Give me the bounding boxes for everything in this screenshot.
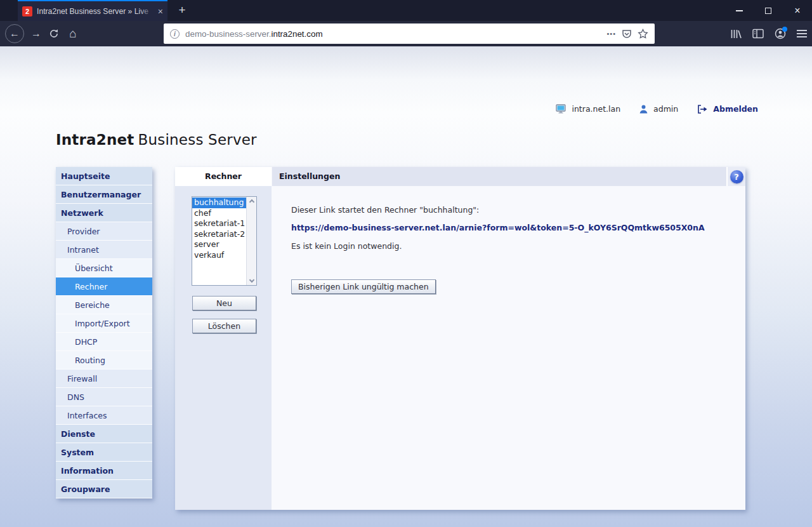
- host-indicator: intra.net.lan: [556, 104, 620, 114]
- bookmark-star-icon[interactable]: [638, 29, 648, 39]
- favicon-icon: 2: [22, 6, 32, 17]
- settings-content: Dieser Link startet den Rechner "buchhal…: [272, 186, 745, 510]
- list-item[interactable]: chef: [192, 208, 246, 219]
- new-tab-button[interactable]: +: [170, 0, 194, 21]
- tab-rechner[interactable]: Rechner: [175, 167, 272, 186]
- sidebar-item-dns[interactable]: DNS: [56, 388, 152, 406]
- wol-link[interactable]: https://demo-business-server.net.lan/arn…: [291, 223, 733, 232]
- reload-button[interactable]: [44, 29, 63, 39]
- sidebar-item-routing[interactable]: Routing: [56, 351, 152, 370]
- sidebars-icon[interactable]: [752, 29, 764, 39]
- url-domain: intra2net.com: [271, 29, 322, 39]
- left-column: buchhaltungchefsekretariat-1sekretariat-…: [175, 186, 272, 510]
- sidebar-item-interfaces[interactable]: Interfaces: [56, 406, 152, 425]
- url-text: demo-business-server.intra2net.com: [185, 29, 601, 39]
- list-item[interactable]: sekretariat-1: [192, 218, 246, 229]
- panel-tab-row: Rechner Einstellungen ?: [175, 167, 745, 186]
- window-controls: ×: [724, 0, 812, 21]
- sidebar-item-information[interactable]: Information: [56, 462, 152, 480]
- account-icon[interactable]: [775, 28, 786, 39]
- minimize-button[interactable]: [724, 0, 754, 21]
- minimize-icon: [736, 10, 743, 11]
- page-actions-icon[interactable]: •••: [606, 30, 616, 37]
- brand-logo: Intra2netBusiness Server: [56, 131, 257, 148]
- panel-body: buchhaltungchefsekretariat-1sekretariat-…: [175, 186, 745, 510]
- sidebar-item-dienste[interactable]: Dienste: [56, 425, 152, 443]
- panel-title: Einstellungen: [272, 167, 726, 186]
- forward-button[interactable]: →: [28, 28, 44, 39]
- maximize-icon: [765, 8, 771, 14]
- monitor-icon: [556, 104, 566, 114]
- site-info-icon[interactable]: i: [170, 29, 180, 39]
- list-item[interactable]: server: [192, 239, 246, 250]
- navigation-toolbar: ← → ⌂ i demo-business-server.intra2net.c…: [0, 21, 812, 46]
- url-bar[interactable]: i demo-business-server.intra2net.com •••: [164, 23, 655, 44]
- invalidate-link-button[interactable]: Bisherigen Link ungültig machen: [291, 279, 436, 294]
- sidebar-item-dhcp[interactable]: DHCP: [56, 333, 152, 351]
- list-scrollbar[interactable]: [246, 197, 256, 285]
- scroll-down-icon[interactable]: [249, 277, 254, 283]
- help-cell: ?: [726, 167, 745, 186]
- sidebar-item-hauptseite[interactable]: Hauptseite: [56, 167, 152, 185]
- sidebar-item-intranet[interactable]: Intranet: [56, 241, 152, 259]
- sidebar-item-rechner[interactable]: Rechner: [56, 277, 152, 296]
- tab-title: Intra2net Business Server » Live: [37, 7, 154, 16]
- url-prefix: demo-business-server.: [185, 29, 271, 39]
- sidebar-item-system[interactable]: System: [56, 443, 152, 462]
- main-panel: Rechner Einstellungen ? buchhaltungchefs…: [175, 167, 745, 510]
- browser-window: 2 Intra2net Business Server » Live × + ×…: [0, 0, 812, 527]
- sidebar-item-import-export[interactable]: Import/Export: [56, 314, 152, 333]
- reload-icon: [49, 29, 59, 39]
- maximize-button[interactable]: [754, 0, 783, 21]
- sidebar-item-groupware[interactable]: Groupware: [56, 480, 152, 498]
- home-button[interactable]: ⌂: [63, 27, 82, 41]
- sidebar: HauptseiteBenutzermanagerNetzwerkProvide…: [56, 167, 152, 498]
- user-bar: intra.net.lan admin Abmelden: [556, 104, 758, 114]
- sidebar-item-bereiche[interactable]: Bereiche: [56, 296, 152, 314]
- user-indicator: admin: [639, 104, 678, 114]
- help-icon[interactable]: ?: [730, 170, 743, 183]
- brand-rest: Business Server: [138, 131, 257, 148]
- browser-tab[interactable]: 2 Intra2net Business Server » Live ×: [18, 0, 167, 21]
- list-item[interactable]: buchhaltung: [192, 197, 246, 208]
- new-button[interactable]: Neu: [192, 296, 256, 310]
- computer-list-box[interactable]: buchhaltungchefsekretariat-1sekretariat-…: [192, 196, 257, 286]
- titlebar: 2 Intra2net Business Server » Live × + ×: [0, 0, 812, 21]
- tab-close-icon[interactable]: ×: [158, 7, 163, 16]
- computer-list: buchhaltungchefsekretariat-1sekretariat-…: [192, 197, 246, 285]
- brand-bold: Intra2net: [56, 131, 134, 148]
- pocket-icon[interactable]: [622, 29, 632, 39]
- sidebar-item-provider[interactable]: Provider: [56, 222, 152, 241]
- logout-link[interactable]: Abmelden: [697, 104, 758, 114]
- account-badge: [782, 27, 787, 32]
- login-note-text: Es ist kein Login notwendig.: [291, 241, 733, 251]
- page-content: intra.net.lan admin Abmelden Intra2netBu…: [0, 46, 812, 527]
- back-button[interactable]: ←: [5, 24, 24, 43]
- library-icon[interactable]: [730, 29, 742, 39]
- close-button[interactable]: ×: [783, 0, 812, 21]
- sidebar-item-netzwerk[interactable]: Netzwerk: [56, 204, 152, 222]
- sidebar-item--bersicht[interactable]: Übersicht: [56, 259, 152, 277]
- scroll-up-icon[interactable]: [249, 199, 254, 204]
- menu-icon[interactable]: [797, 30, 807, 37]
- user-icon: [639, 105, 648, 114]
- list-item[interactable]: sekretariat-2: [192, 229, 246, 240]
- list-item[interactable]: verkauf: [192, 250, 246, 261]
- toolbar-right: [730, 28, 807, 39]
- logout-icon: [697, 105, 707, 114]
- sidebar-item-benutzermanager[interactable]: Benutzermanager: [56, 185, 152, 204]
- delete-button[interactable]: Löschen: [192, 319, 256, 333]
- user-label: admin: [653, 104, 678, 114]
- link-intro-text: Dieser Link startet den Rechner "buchhal…: [291, 205, 733, 215]
- host-label: intra.net.lan: [572, 104, 620, 114]
- logout-label: Abmelden: [713, 104, 758, 114]
- sidebar-item-firewall[interactable]: Firewall: [56, 370, 152, 388]
